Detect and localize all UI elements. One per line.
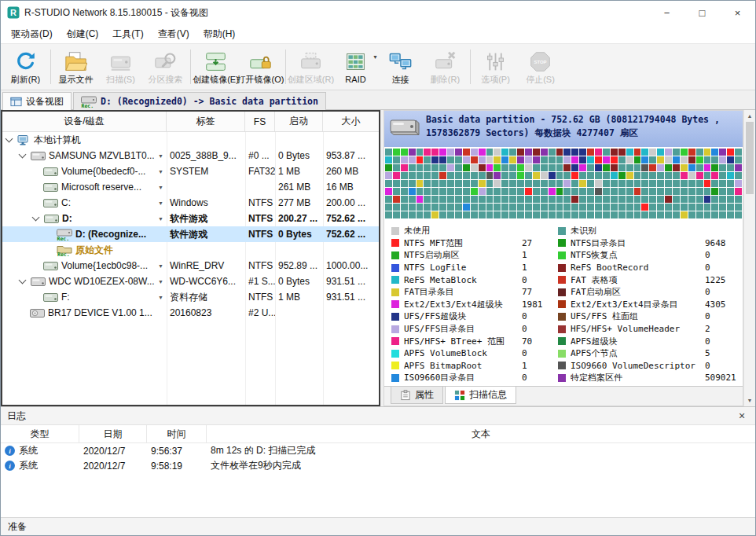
legend-item: FAT目录条目77: [391, 286, 558, 299]
device-tree-panel: 设备/磁盘标签FS启动大小 本地计算机SAMSUNG MZVLB1T0...▼0…: [1, 110, 380, 406]
vertical-scrollbar[interactable]: ▲ ▼: [743, 110, 755, 406]
tree-row-6[interactable]: D:▼软件游戏NTFS200.27 ...752.62 ...: [2, 211, 379, 226]
scan-block-cell: [533, 188, 540, 195]
row-dropdown-icon[interactable]: ▼: [156, 295, 166, 300]
scan-block-cell: [486, 188, 494, 195]
tab-1[interactable]: 设备视图: [2, 92, 72, 110]
scan-block-cell: [447, 164, 454, 171]
tab-label: 设备视图: [26, 95, 64, 108]
toolbar-button-connect[interactable]: 连接: [378, 46, 423, 88]
row-dropdown-icon[interactable]: ▼: [156, 279, 166, 285]
scan-block-cell: [563, 204, 571, 211]
toolbar-button-refresh[interactable]: 刷新(R): [3, 46, 48, 88]
tree-column-header-1[interactable]: 标签: [167, 112, 245, 131]
scan-blockmap[interactable]: [384, 147, 743, 219]
row-dropdown-icon[interactable]: ▼: [156, 153, 166, 159]
toolbar-button-raid[interactable]: RAID▼: [333, 46, 378, 88]
expand-chevron-icon[interactable]: [6, 135, 13, 143]
menu-item-2[interactable]: 创建(C): [60, 25, 106, 43]
row-dropdown-icon[interactable]: ▼: [156, 263, 166, 269]
scroll-down-icon[interactable]: ▼: [744, 395, 755, 406]
log-column-header-3[interactable]: 文本: [207, 425, 755, 442]
legend-label: FAT启动扇区: [571, 286, 705, 298]
scan-block-cell: [719, 211, 726, 218]
toolbar-button-create-region[interactable]: 创建区域(R): [288, 46, 333, 88]
toolbar-button-delete[interactable]: 删除(R): [423, 46, 468, 88]
tree-row-8[interactable]: Rec.原始文件: [2, 242, 379, 258]
legend-swatch-icon: [391, 362, 399, 369]
tree-row-2[interactable]: SAMSUNG MZVLB1T0...▼0025_388B_9...#0 ...…: [2, 148, 379, 163]
scroll-up-icon[interactable]: ▲: [744, 110, 755, 122]
scan-block-cell: [517, 164, 524, 171]
tree-row-4[interactable]: Microsoft reserve...▼261 MB16 MB: [2, 179, 379, 195]
tree-column-header-0[interactable]: 设备/磁盘: [2, 112, 167, 131]
scan-block-cell: [447, 172, 454, 179]
tree-row-1[interactable]: 本地计算机: [2, 132, 379, 148]
tree-row-5[interactable]: C:▼WindowsNTFS277 MB200.00 ...: [2, 195, 379, 211]
legend-count: 0: [705, 361, 741, 371]
info-icon: i: [5, 446, 15, 456]
tree-row-9[interactable]: Volume{1ecb0c98-...▼WinRE_DRVNTFS952.89 …: [2, 258, 379, 274]
scan-block-cell: [494, 172, 501, 179]
scrollbar-thumb[interactable]: [746, 122, 754, 194]
tree-cell-start: 1 MB: [275, 289, 323, 305]
tab-2[interactable]: Rec.D: (Recognized0) -> Basic data parti…: [73, 92, 326, 110]
menu-item-5[interactable]: 帮助(H): [196, 25, 243, 43]
scan-block-cell: [501, 156, 508, 163]
scan-block-cell: [665, 156, 672, 163]
tree-row-11[interactable]: F:▼资料存储NTFS1 MB931.51 ...: [2, 289, 379, 305]
minimize-button[interactable]: −: [649, 1, 684, 24]
row-dropdown-icon[interactable]: ▼: [156, 216, 166, 222]
scan-block-cell: [393, 188, 400, 195]
tree-row-10[interactable]: WDC WD10EZEX-08W...▼WD-WCC6Y6...#1 S...0…: [2, 274, 379, 289]
close-button[interactable]: ×: [720, 1, 755, 24]
tree-row-3[interactable]: Volume{0bedecf0-...▼SYSTEMFAT321 MB260 M…: [2, 163, 379, 179]
tree-column-header-2[interactable]: FS: [245, 112, 275, 131]
tree-column-header-4[interactable]: 大小: [323, 112, 379, 131]
menu-item-3[interactable]: 工具(T): [105, 25, 150, 43]
legend-count: 27: [522, 238, 558, 248]
maximize-button[interactable]: □: [684, 1, 720, 24]
toolbar-button-partition-search[interactable]: 分区搜索: [143, 46, 188, 88]
legend-swatch-icon: [558, 288, 566, 296]
row-dropdown-icon[interactable]: ▼: [156, 200, 166, 206]
right-tab-1[interactable]: 属性: [391, 387, 443, 404]
scan-block-cell: [541, 156, 548, 163]
expand-chevron-icon[interactable]: [19, 151, 27, 159]
scan-block-cell: [525, 164, 532, 171]
expand-chevron-icon[interactable]: [19, 277, 27, 285]
legend-label: UFS/FFS 柱面组: [571, 310, 705, 322]
log-close-icon[interactable]: ×: [735, 409, 749, 422]
right-tab-2[interactable]: 扫描信息: [445, 387, 516, 404]
legend-swatch-icon: [558, 350, 566, 358]
log-column-header-2[interactable]: 时间: [147, 425, 207, 442]
toolbar-button-options[interactable]: 选项(P): [473, 46, 518, 88]
log-row-2[interactable]: i系统2020/12/79:58:19文件枚举在9秒内完成: [1, 458, 755, 473]
toolbar-button-stop[interactable]: STOP停止(S): [518, 46, 563, 88]
toolbar-button-show-files[interactable]: 显示文件: [53, 46, 98, 88]
toolbar: 刷新(R)显示文件扫描(S)分区搜索创建镜像(E)打开镜像(O)创建区域(R)R…: [1, 43, 755, 90]
toolbar-button-create-image[interactable]: 创建镜像(E): [193, 46, 238, 88]
scrollbar-track[interactable]: [744, 194, 755, 395]
menu-item-1[interactable]: 驱动器(D): [4, 25, 60, 43]
expand-chevron-icon[interactable]: [32, 214, 40, 222]
row-dropdown-icon[interactable]: ▼: [156, 169, 166, 174]
tree-row-7[interactable]: Rec.D: (Recognize...软件游戏NTFS0 Bytes752.6…: [2, 226, 379, 242]
tree-column-header-3[interactable]: 启动: [275, 112, 323, 131]
rec-icon: Rec.: [81, 96, 97, 108]
scan-icon: [109, 50, 132, 73]
log-cell-date: 2020/12/7: [79, 461, 147, 472]
toolbar-button-scan[interactable]: 扫描(S): [98, 46, 143, 88]
tree-row-12[interactable]: BR17 DEVICE V1.00 1...20160823#2 U...: [2, 305, 379, 321]
menu-item-4[interactable]: 查看(V): [151, 25, 196, 43]
scan-block-cell: [509, 204, 516, 211]
scan-block-cell: [501, 180, 508, 187]
scan-block-cell: [618, 204, 626, 211]
dropdown-arrow-icon[interactable]: ▼: [372, 54, 378, 60]
row-dropdown-icon[interactable]: ▼: [156, 185, 166, 190]
toolbar-button-open-image[interactable]: 打开镜像(O): [238, 46, 283, 88]
scan-block-cell: [727, 149, 734, 156]
log-row-1[interactable]: i系统2020/12/79:56:378m 12s 的 D: 扫描已完成: [1, 443, 755, 458]
log-column-header-1[interactable]: 日期: [79, 425, 147, 442]
log-column-header-0[interactable]: 类型: [1, 425, 79, 442]
